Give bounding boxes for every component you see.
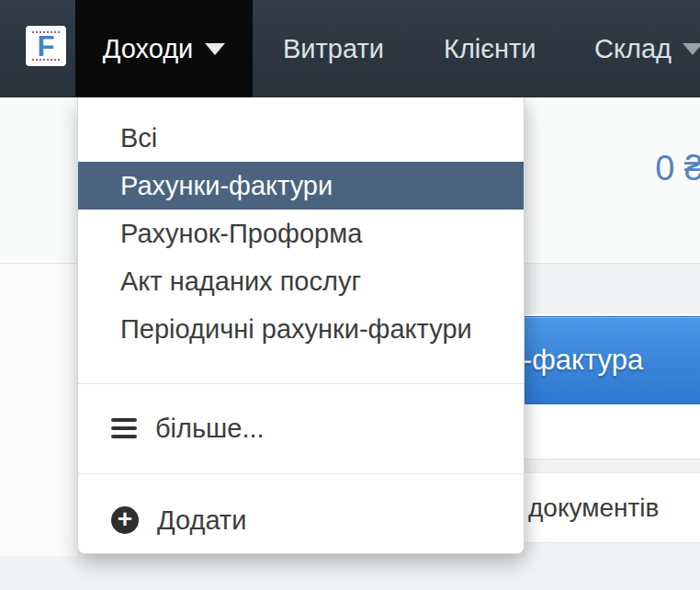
brand-logo[interactable]: F [26,26,66,66]
menu-item-all[interactable]: Всі [78,114,524,162]
nav-item-incomes-label: Доходи [103,34,194,64]
chevron-down-icon [205,43,225,55]
new-invoice-button-label: -фактура [523,317,643,403]
menu-divider [78,473,524,474]
menu-item-recurring-invoices[interactable]: Періодичні рахунки-фактури [78,305,524,353]
menu-item-proforma[interactable]: Рахунок-Проформа [78,210,524,257]
content-left-strip [0,264,77,556]
nav-item-warehouse[interactable]: Склад [594,0,700,97]
nav-item-incomes[interactable]: Доходи [75,0,253,97]
hamburger-icon [111,418,137,438]
menu-item-invoices[interactable]: Рахунки-фактури [78,162,524,210]
logo-dotted-line-icon [32,31,60,33]
top-navbar: F Доходи Витрати Клієнти Склад [0,0,700,97]
logo-letter: F [38,32,55,61]
menu-item-more[interactable]: більше... [78,404,524,452]
menu-divider [78,383,524,384]
chevron-down-icon [683,43,700,55]
nav-item-clients-label: Клієнти [444,34,536,63]
documents-count-text: документів [528,494,659,523]
nav-item-clients[interactable]: Клієнти [444,0,536,97]
menu-item-more-label: більше... [155,414,265,444]
menu-item-add-label: Додати [157,505,246,536]
logo-dotted-line-icon [32,59,60,61]
plus-circle-icon: + [111,506,139,534]
nav-item-warehouse-label: Склад [594,34,672,64]
nav-item-expenses[interactable]: Витрати [283,0,384,97]
menu-item-add[interactable]: + Додати [78,496,524,544]
nav-item-expenses-label: Витрати [283,34,384,63]
incomes-dropdown-menu: Всі Рахунки-фактури Рахунок-Проформа Акт… [77,97,525,554]
total-amount: 0 ₴ [655,150,700,187]
menu-item-service-act[interactable]: Акт наданих послуг [78,257,524,305]
